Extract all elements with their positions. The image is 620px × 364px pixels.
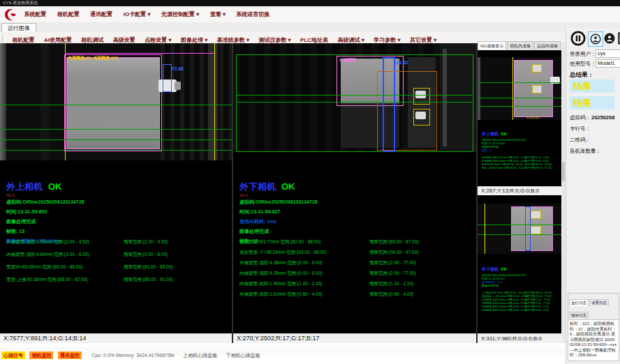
thumbnail-view-1[interactable]: 12.04 28.2 外上相机OK 虚拟码:Offline20250208133… (478, 50, 566, 186)
done-line: 图像处理完成 (6, 218, 84, 225)
measurement-list-upper: 外侧壁宽-顶部:2.91mm 范围:(2.00 - 3.50)预警范围:(2.2… (6, 239, 230, 283)
log-text: 耗时：222，缺陷检测耗时：17，缺陷分离耗时：0，缺陷视联分离成功 显示图视联… (568, 320, 619, 360)
vcode-line: 虚拟码:Offline20250208133134728 (6, 199, 84, 206)
status-strip: 心跳信号 相机监控 通讯监控 Cpu: 0.0% Memory: 3424.41… (0, 347, 566, 356)
guide-line-yellow-right (214, 43, 215, 160)
measurement-list-lower: 上扣宽度=83.77mm 范围:(82.00 - 88.00)预警范围:(83.… (239, 239, 474, 298)
app-window: CYS-视觉检测系统 系统配置 相机配置 通讯配置 IO卡配置 ▾ 光源控制配置… (0, 0, 620, 364)
thumb1-result-block: 外上相机OK 虚拟码:Offline20250208133134728 时间:1… (482, 126, 552, 170)
measurement-row: 内侧壁宽-顶部:4.60mm 范围:(3.00 - 6.00)预警范围:(0.0… (6, 252, 230, 258)
done-line: 图像处理完成 (239, 228, 318, 235)
measurement-row: 外侧壁宽-顶部:4.38mm 范围:(0.00 - 9.00)预警范围:(2.0… (239, 260, 474, 266)
frame-line: 帧数: 13 (6, 228, 84, 235)
guide-line-yellow-left (65, 43, 66, 160)
pin-number-label: 卡针号： (570, 126, 591, 132)
tab-run-image[interactable]: 运行图像 (1, 23, 36, 33)
measurement-row: 宽度W=83.05mm 范围:(80.00 - 86.00)预警范围:(81.0… (6, 264, 230, 271)
log-tab-errors[interactable]: 错误日志 (569, 312, 589, 319)
thumb-measure-note: 12.04 28.2 (526, 116, 540, 119)
ai-region-label: AI检测区 (339, 57, 356, 63)
ng-note-upper: NG:0 (6, 193, 84, 197)
model-value[interactable]: Model1 (596, 59, 620, 68)
document-tabrow: 运行图像 (0, 22, 620, 33)
coord-readout-upper: X:7677;Y:891;R:14;G:14;B:14 (0, 333, 232, 343)
scrollbar-thumb[interactable] (562, 162, 565, 181)
menu-view[interactable]: 查看 ▾ (210, 6, 226, 22)
thumb2-result-block: 外下相机OK 虚拟码:Offline20250208133134728 时间:1… (482, 261, 552, 312)
thumb-tab-camera-image[interactable]: 相机内成像 (507, 41, 533, 50)
log-panel: 运行日志设置日志错误日志 耗时：222，缺陷检测耗时：17，缺陷分离耗时：0，缺… (568, 293, 619, 361)
menu-camera-config[interactable]: 相机配置 (57, 6, 80, 22)
ng-note-lower: NG:0 (239, 193, 318, 197)
camera-view-lower[interactable]: AI检测区 123.60 外下相机OK NG:0 虚拟码:Offline2025… (233, 43, 476, 333)
virtual-code-value: 20250208 (591, 114, 614, 121)
qr-code-label: 二维码： (570, 137, 591, 144)
time-line: 时间:13-31-59-600 (6, 208, 84, 215)
measurement-row: 宽度-上侧:90.56mm 范围:(88.00 - 92.00)预警范围:(89… (6, 277, 230, 283)
cpu-memory-status: Cpu: 0.0% Memory: 3424.41796875M (91, 351, 174, 359)
time-line: 时间:13-31-59-627 (239, 208, 318, 215)
lower-camera-heartbeat-status: 下相机心跳监视 (226, 351, 260, 359)
menu-comm-config[interactable]: 通讯配置 (90, 6, 112, 22)
result-badge-upper: 结果 (570, 79, 614, 93)
thumb-tab-track-image[interactable]: 追踪内成像 (534, 41, 561, 50)
blue-measure-value: 123.60 (394, 60, 408, 65)
camera-monitor-indicator: 相机监控 (29, 351, 53, 359)
camera-image-upper: 灰度阈值:93, 动态阈值:100 F2.88 (0, 43, 232, 160)
measurement-row: 内侧壁宽-顶部:4.28mm 范围:(0.00 - 9.00)预警范围:(2.0… (239, 271, 474, 277)
measurement-row: 底距宽度-下=95.24mm 范围:(93.00 - 98.00)预警范围:(9… (239, 250, 474, 256)
result-badge-lower: 结果 (570, 96, 614, 109)
comm-monitor-indicator: 通讯监控 (58, 351, 82, 359)
camera-image-lower: AI检测区 123.60 (233, 43, 476, 152)
threshold-overlay-label: 灰度阈值:93, 动态阈值:100 (68, 55, 118, 61)
thumbnail-view-2[interactable]: 外下相机OK 虚拟码:Offline20250208133134728 时间:1… (478, 195, 566, 333)
menu-language-switch[interactable]: 系统语言切换 (236, 6, 270, 22)
total-result-label: 总结果： (570, 71, 593, 79)
measurement-row: 上扣宽度=83.77mm 范围:(82.00 - 88.00)预警范围:(83.… (239, 239, 474, 245)
measure-overlay-value: F2.88 (172, 66, 184, 71)
measurement-row: 外侧壁宽-底部:2.61mm 范围:(0.60 - 4.00)预警范围:(0.6… (239, 291, 474, 298)
result-block-upper: 外上相机OK NG:0 虚拟码:Offline20250208133134728… (6, 180, 84, 245)
camera-name-lower: 外下相机 (239, 181, 276, 192)
model-label: 使用型号： (570, 61, 596, 68)
camera-view-upper[interactable]: 灰度阈值:93, 动态阈值:100 F2.88 外上相机OK NG:0 虚拟码:… (0, 43, 232, 333)
right-sidebar: 登录用户： cys 使用型号： Model1 总结果： 结果 结果 虚拟码： 2… (566, 28, 620, 364)
menu-light-config[interactable]: 光源控制配置 ▾ (161, 6, 199, 22)
thumb-tab-ng-display[interactable]: NG成像显示 (478, 41, 506, 50)
measurement-row: 内侧壁宽-底部:1.90mm 范围:(1.00 - 2.20)预警范围:(1.1… (239, 281, 474, 287)
app-logo-icon (3, 8, 17, 22)
window-titlebar: CYS-视觉检测系统 (0, 0, 620, 6)
connector-blob (415, 112, 426, 119)
camera-name-upper: 外上相机 (6, 181, 43, 192)
coord-readout-thumb1: X:267;Y:13;R:0;G:0;B:0 (478, 186, 566, 195)
window-title: CYS-视觉检测系统 (3, 1, 38, 5)
login-user-value[interactable]: cys (596, 50, 620, 58)
heartbeat-indicator: 心跳信号 (1, 351, 25, 359)
virtual-code-label: 虚拟码： (570, 114, 591, 121)
vcode-line: 虚拟码:Offline20250208133134728 (239, 199, 318, 206)
ai-elapsed-line: 使用AI耗时: 1ms (239, 218, 318, 225)
result-block-lower: 外下相机OK NG:0 虚拟码:Offline20250208133134728… (239, 180, 318, 245)
login-user-label: 登录用户： (570, 51, 596, 58)
result-ok-lower: OK (281, 181, 295, 192)
coord-readout-lower: X:270;Y:2502;R:17;G:17;B:17 (233, 333, 476, 343)
good-count-label: 良机库数量： (570, 148, 601, 155)
result-ok-upper: OK (48, 181, 62, 192)
pause-button[interactable] (570, 31, 586, 46)
measurement-row: 外侧壁宽-顶部:2.91mm 范围:(2.00 - 3.50)预警范围:(2.2… (6, 239, 230, 245)
menu-system-config[interactable]: 系统配置 (24, 6, 46, 22)
menu-io-config[interactable]: IO卡配置 ▾ (124, 6, 151, 22)
log-tab-run[interactable]: 运行日志 (569, 299, 589, 306)
user-login-button[interactable] (588, 31, 603, 47)
coord-readout-thumb2: X:311;Y:980;R:0;G:0;B:0 (478, 333, 566, 343)
log-tab-settings[interactable]: 设置日志 (589, 299, 609, 306)
menubar: 系统配置 相机配置 通讯配置 IO卡配置 ▾ 光源控制配置 ▾ 查看 ▾ 系统语… (0, 6, 620, 23)
thumb-tabrow: NG成像显示相机内成像追踪内成像 (478, 41, 566, 50)
exit-button[interactable] (607, 31, 620, 45)
toolbar-grip (2, 35, 6, 42)
part-region-upper (66, 57, 160, 149)
upper-camera-heartbeat-status: 上相机心跳监视 (183, 351, 217, 359)
